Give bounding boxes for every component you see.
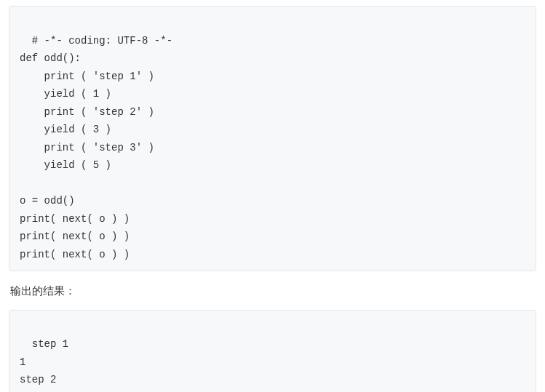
output-content: step 1 1 step 2 3 step 3 5	[20, 338, 68, 392]
output-section-label: 输出的结果：	[10, 283, 535, 300]
output-block: step 1 1 step 2 3 step 3 5	[9, 310, 536, 393]
code-content: # -*- coding: UTF-8 -*- def odd(): print…	[20, 35, 172, 260]
code-block: # -*- coding: UTF-8 -*- def odd(): print…	[9, 6, 536, 271]
